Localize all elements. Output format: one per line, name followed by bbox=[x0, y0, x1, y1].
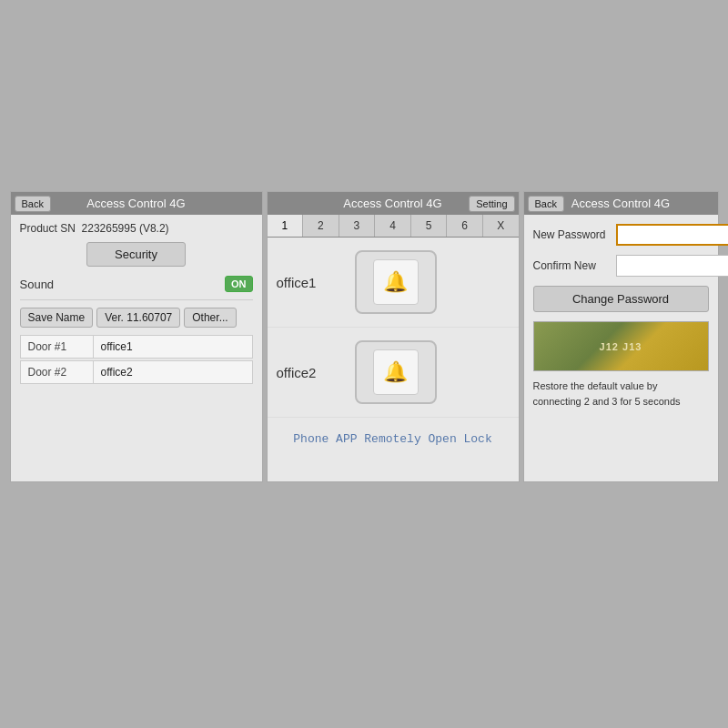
screenshot-container: Back Access Control 4G Product SN 223265… bbox=[0, 0, 728, 728]
panel1-header: Back Access Control 4G bbox=[11, 192, 262, 215]
tab-6[interactable]: 6 bbox=[447, 215, 483, 237]
new-password-label: New Password bbox=[533, 228, 611, 241]
bell2-icon: 🔔 bbox=[383, 360, 408, 384]
panel3: Back Access Control 4G New Password Conf… bbox=[523, 191, 719, 482]
tab-4[interactable]: 4 bbox=[375, 215, 411, 237]
sound-toggle[interactable]: ON bbox=[225, 276, 253, 292]
panel1-title: Access Control 4G bbox=[86, 197, 185, 210]
panel2-header: Access Control 4G Setting bbox=[268, 192, 519, 215]
new-password-input[interactable] bbox=[616, 224, 729, 246]
setting-button[interactable]: Setting bbox=[469, 196, 514, 212]
tab-5[interactable]: 5 bbox=[411, 215, 448, 237]
panel3-back-button[interactable]: Back bbox=[528, 196, 564, 212]
panels-row: Back Access Control 4G Product SN 223265… bbox=[10, 191, 719, 482]
sound-label: Sound bbox=[20, 278, 55, 291]
tab-3[interactable]: 3 bbox=[339, 215, 376, 237]
panel2: Access Control 4G Setting 1 2 3 4 5 6 X … bbox=[267, 191, 520, 482]
door2-value: office2 bbox=[94, 361, 140, 383]
doorbell1-inner: 🔔 bbox=[373, 259, 419, 305]
restore-text: Restore the default value by connecting … bbox=[533, 379, 709, 409]
panel2-door2-name: office2 bbox=[277, 365, 340, 380]
panel3-header: Back Access Control 4G bbox=[524, 192, 718, 215]
panel3-content: New Password Confirm New Change Password… bbox=[524, 215, 718, 418]
bell1-icon: 🔔 bbox=[383, 270, 408, 294]
doorbell2-inner: 🔔 bbox=[373, 349, 419, 395]
tab-1[interactable]: 1 bbox=[268, 215, 304, 237]
panel2-door1-name: office1 bbox=[277, 275, 340, 290]
panel1-content: Product SN 223265995 (V8.2) Security Sou… bbox=[11, 215, 262, 481]
door1-label: Door #1 bbox=[21, 336, 94, 358]
pcb-label: J12 J13 bbox=[600, 341, 642, 352]
door2-button-row: office2 🔔 bbox=[268, 328, 519, 418]
panel3-title: Access Control 4G bbox=[571, 197, 670, 210]
sound-row: Sound ON bbox=[20, 276, 253, 300]
confirm-new-input[interactable] bbox=[616, 255, 729, 277]
panel1: Back Access Control 4G Product SN 223265… bbox=[10, 191, 263, 482]
phone-app-text: Phone APP Remotely Open Lock bbox=[268, 418, 519, 453]
confirm-new-label: Confirm New bbox=[533, 259, 611, 272]
door2-row: Door #2 office2 bbox=[20, 360, 253, 384]
door1-value: office1 bbox=[94, 336, 140, 358]
tab-2[interactable]: 2 bbox=[303, 215, 339, 237]
save-name-button[interactable]: Save Name bbox=[20, 308, 94, 328]
panel2-title: Access Control 4G bbox=[343, 197, 441, 210]
product-sn: Product SN 223265995 (V8.2) bbox=[20, 222, 253, 235]
door2-label: Door #2 bbox=[21, 361, 94, 383]
change-password-button[interactable]: Change Password bbox=[533, 286, 709, 312]
pcb-image: J12 J13 bbox=[533, 321, 709, 371]
new-password-row: New Password bbox=[533, 224, 709, 246]
security-button[interactable]: Security bbox=[86, 242, 186, 267]
confirm-new-row: Confirm New bbox=[533, 255, 709, 277]
door1-button-row: office1 🔔 bbox=[268, 238, 519, 328]
door1-row: Door #1 office1 bbox=[20, 335, 253, 359]
doorbell2-button[interactable]: 🔔 bbox=[355, 340, 437, 404]
tab-row: 1 2 3 4 5 6 X bbox=[268, 215, 519, 238]
tab-x[interactable]: X bbox=[483, 215, 519, 237]
other-button[interactable]: Other... bbox=[184, 308, 236, 328]
doorbell1-button[interactable]: 🔔 bbox=[355, 250, 437, 314]
panel1-back-button[interactable]: Back bbox=[15, 196, 51, 212]
toolbar-row: Save Name Ver. 11.60707 Other... bbox=[20, 308, 253, 328]
version-button: Ver. 11.60707 bbox=[96, 308, 180, 328]
